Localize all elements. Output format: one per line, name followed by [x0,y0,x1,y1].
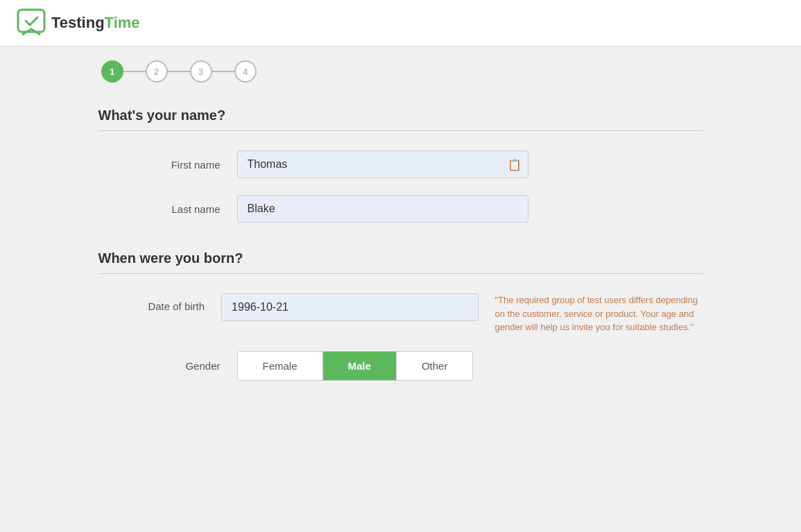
step-3: 3 [190,60,212,83]
info-text: "The required group of test users differ… [495,293,703,334]
step-1: 1 [101,60,123,83]
step-line-2 [168,71,190,72]
last-name-row: Last name [98,195,703,223]
first-name-input[interactable] [237,151,528,178]
name-section: What's your name? First name 📋 Last name [98,108,703,223]
gender-row: Gender Female Male Other [98,351,703,381]
logo-icon [17,8,46,37]
gender-female-button[interactable]: Female [238,352,323,380]
last-name-input[interactable] [237,195,528,223]
gender-other-button[interactable]: Other [397,352,473,380]
first-name-input-wrapper: 📋 [237,151,528,178]
logo-text: TestingTime [51,14,140,32]
logo: TestingTime [17,8,140,37]
dob-input[interactable] [221,293,478,321]
gender-male-button[interactable]: Male [323,352,397,380]
birth-section: When were you born? Date of birth "The r… [98,250,703,381]
stepper: 1 2 3 4 [98,60,703,83]
gender-label: Gender [98,360,237,372]
header: TestingTime [0,0,801,46]
first-name-label: First name [98,159,237,171]
birth-section-divider [98,273,703,274]
dob-row: Date of birth "The required group of tes… [98,293,703,334]
contact-card-icon: 📋 [508,158,522,171]
birth-section-title: When were you born? [98,250,703,266]
step-2: 2 [146,60,168,83]
dob-label: Date of birth [98,293,222,312]
first-name-row: First name 📋 [98,151,703,178]
step-line-3 [212,71,234,72]
gender-group: Female Male Other [237,351,474,381]
name-section-title: What's your name? [98,108,703,123]
step-line-1 [123,71,146,72]
step-4: 4 [234,60,257,83]
name-section-divider [98,130,703,131]
main-content: 1 2 3 4 What's your name? First name 📋 L… [82,46,720,422]
last-name-label: Last name [98,203,237,215]
